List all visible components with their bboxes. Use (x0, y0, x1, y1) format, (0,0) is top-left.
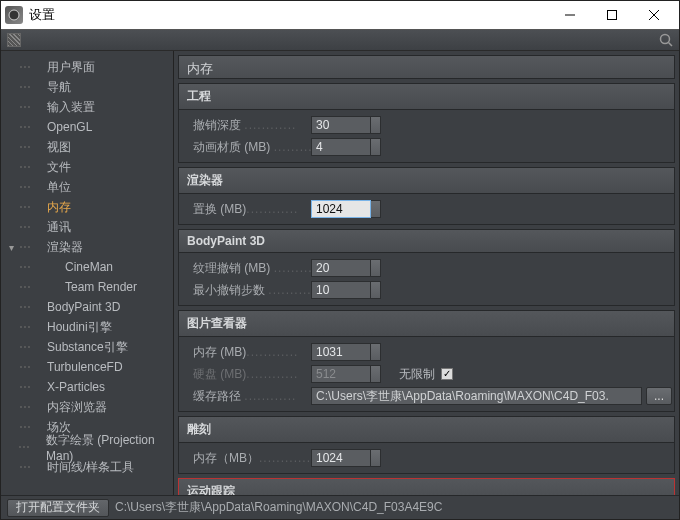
sidebar-item[interactable]: ⋯OpenGL (3, 117, 171, 137)
svg-line-6 (669, 43, 673, 47)
label-tex-undo: 纹理撤销 (MB) (181, 260, 311, 277)
sidebar-item-label: Substance引擎 (47, 339, 128, 356)
sidebar-item-label: 时间线/样条工具 (47, 459, 134, 476)
sidebar-item[interactable]: ⋯X-Particles (3, 377, 171, 397)
sidebar-item[interactable]: ⋯内存 (3, 197, 171, 217)
sidebar-item-label: 文件 (47, 159, 71, 176)
sidebar-item-label: 内存 (47, 199, 71, 216)
group-renderer: 渲染器 置换 (MB) 1024 (178, 167, 675, 225)
sidebar-item[interactable]: ⋯通讯 (3, 217, 171, 237)
input-tex-undo[interactable]: 20 (311, 259, 371, 277)
sidebar-item-label: 视图 (47, 139, 71, 156)
label-anim-mb: 动画材质 (MB) (181, 139, 311, 156)
checkbox-unlimited[interactable]: ✓ (441, 368, 453, 380)
spinner (371, 365, 381, 383)
sidebar-item-label: 单位 (47, 179, 71, 196)
input-swap-mb[interactable]: 1024 (311, 200, 371, 218)
sidebar-item[interactable]: ⋯输入装置 (3, 97, 171, 117)
search-icon[interactable] (659, 33, 673, 47)
label-sculpt-mem: 内存（MB） (181, 450, 311, 467)
panel-menu-icon[interactable] (7, 33, 21, 47)
sidebar-item-label: Team Render (65, 280, 137, 294)
statusbar: 打开配置文件夹 C:\Users\李世康\AppData\Roaming\MAX… (1, 495, 679, 519)
sidebar-item-label: BodyPaint 3D (47, 300, 120, 314)
browse-button[interactable]: ... (646, 387, 672, 405)
spinner[interactable] (371, 138, 381, 156)
group-header: 图片查看器 (179, 311, 674, 337)
sidebar-item[interactable]: ⋯视图 (3, 137, 171, 157)
label-cache-path: 缓存路径 (181, 388, 311, 405)
sidebar-item-label: TurbulenceFD (47, 360, 123, 374)
input-min-undo[interactable]: 10 (311, 281, 371, 299)
sidebar-item[interactable]: ⋯用户界面 (3, 57, 171, 77)
group-header: 运动跟踪 (179, 479, 674, 495)
spinner[interactable] (371, 281, 381, 299)
sidebar-item-label: 内容浏览器 (47, 399, 107, 416)
group-header: BodyPaint 3D (179, 230, 674, 253)
label-undo-depth: 撤销深度 (181, 117, 311, 134)
sidebar-item[interactable]: ⋯CineMan (3, 257, 171, 277)
input-anim-mb[interactable]: 4 (311, 138, 371, 156)
sidebar-item-label: Houdini引擎 (47, 319, 112, 336)
group-header: 工程 (179, 84, 674, 110)
group-bodypaint: BodyPaint 3D 纹理撤销 (MB) 20 最小撤销步数 10 (178, 229, 675, 306)
sidebar-item[interactable]: ⋯TurbulenceFD (3, 357, 171, 377)
window-title: 设置 (29, 6, 549, 24)
main-panel: 内存 工程 撤销深度 30 动画材质 (MB) 4 渲染器 (174, 51, 679, 495)
app-icon (5, 6, 23, 24)
input-sculpt-mem[interactable]: 1024 (311, 449, 371, 467)
sidebar-item[interactable]: ⋯单位 (3, 177, 171, 197)
label-viewer-disk: 硬盘 (MB) (181, 366, 311, 383)
spinner[interactable] (371, 449, 381, 467)
close-button[interactable] (633, 1, 675, 29)
spinner[interactable] (371, 200, 381, 218)
sidebar-item[interactable]: ⋯Team Render (3, 277, 171, 297)
group-viewer: 图片查看器 内存 (MB) 1031 硬盘 (MB) 512 无限制 ✓ (178, 310, 675, 412)
svg-point-5 (661, 35, 670, 44)
sidebar-item-label: X-Particles (47, 380, 105, 394)
open-config-folder-button[interactable]: 打开配置文件夹 (7, 499, 109, 517)
sidebar-item[interactable]: ⋯导航 (3, 77, 171, 97)
svg-rect-2 (608, 11, 617, 20)
input-cache-path[interactable]: C:\Users\李世康\AppData\Roaming\MAXON\C4D_F… (311, 387, 642, 405)
sidebar-item-label: 输入装置 (47, 99, 95, 116)
label-unlimited: 无限制 (399, 366, 435, 383)
group-header: 雕刻 (179, 417, 674, 443)
sidebar-item[interactable]: ▾⋯渲染器 (3, 237, 171, 257)
sidebar-item[interactable]: ⋯Substance引擎 (3, 337, 171, 357)
sidebar-item[interactable]: ⋯内容浏览器 (3, 397, 171, 417)
input-viewer-disk: 512 (311, 365, 371, 383)
panel-title: 内存 (178, 55, 675, 79)
sidebar-item-label: 用户界面 (47, 59, 95, 76)
sidebar-item[interactable]: ⋯BodyPaint 3D (3, 297, 171, 317)
sidebar-item[interactable]: ⋯Houdini引擎 (3, 317, 171, 337)
settings-window: 设置 ⋯用户界面⋯导航⋯输入装置⋯OpenGL⋯视图⋯文件⋯单位⋯内存⋯通讯▾⋯… (0, 0, 680, 520)
group-project: 工程 撤销深度 30 动画材质 (MB) 4 (178, 83, 675, 163)
maximize-button[interactable] (591, 1, 633, 29)
sidebar-item[interactable]: ⋯数字绘景 (Projection Man) (3, 437, 171, 457)
label-min-undo: 最小撤销步数 (181, 282, 311, 299)
sidebar-item-label: CineMan (65, 260, 113, 274)
group-sculpt: 雕刻 内存（MB） 1024 (178, 416, 675, 474)
spinner[interactable] (371, 343, 381, 361)
input-viewer-mem[interactable]: 1031 (311, 343, 371, 361)
group-header: 渲染器 (179, 168, 674, 194)
sidebar-item[interactable]: ⋯文件 (3, 157, 171, 177)
titlebar: 设置 (1, 1, 679, 29)
sidebar-item-label: 导航 (47, 79, 71, 96)
label-swap-mb: 置换 (MB) (181, 201, 311, 218)
toolbar (1, 29, 679, 51)
sidebar-item-label: 通讯 (47, 219, 71, 236)
spinner[interactable] (371, 259, 381, 277)
sidebar-item-label: 渲染器 (47, 239, 83, 256)
sidebar: ⋯用户界面⋯导航⋯输入装置⋯OpenGL⋯视图⋯文件⋯单位⋯内存⋯通讯▾⋯渲染器… (1, 51, 174, 495)
sidebar-item-label: OpenGL (47, 120, 92, 134)
minimize-button[interactable] (549, 1, 591, 29)
group-motion-tracking: 运动跟踪 最大素材缓存（MB） 2048 最小系统保留（MB） 256 (178, 478, 675, 495)
label-viewer-mem: 内存 (MB) (181, 344, 311, 361)
input-undo-depth[interactable]: 30 (311, 116, 371, 134)
spinner[interactable] (371, 116, 381, 134)
config-path: C:\Users\李世康\AppData\Roaming\MAXON\C4D_F… (115, 499, 442, 516)
svg-point-0 (9, 10, 19, 20)
